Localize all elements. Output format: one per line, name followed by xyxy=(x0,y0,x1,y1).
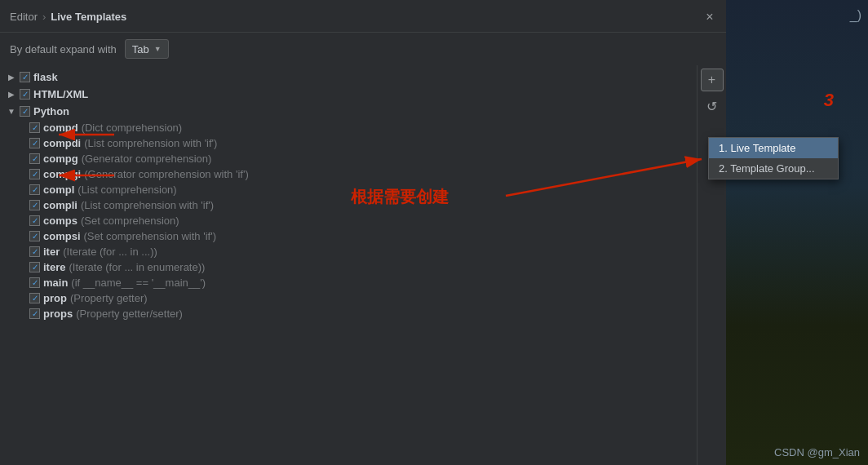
item-name-props: props xyxy=(43,308,73,320)
watermark: CSDN @gm_Xian xyxy=(774,446,860,458)
expand-label: By default expand with xyxy=(10,43,117,55)
template-tree[interactable]: ▶ ✓ flask ▶ ✓ HTML/XML ▼ ✓ Python ✓ comp… xyxy=(0,65,697,465)
expand-arrow-flask: ▶ xyxy=(7,73,16,82)
item-name-comps: comps xyxy=(43,215,78,227)
menu-item-live-template[interactable]: 1. Live Template xyxy=(709,138,838,158)
checkbox-compsi[interactable]: ✓ xyxy=(29,231,40,241)
expand-value: Tab xyxy=(132,43,149,55)
group-label-htmlxml: HTML/XML xyxy=(33,88,88,100)
background-right xyxy=(717,0,868,465)
group-flask[interactable]: ▶ ✓ flask xyxy=(0,69,697,86)
breadcrumb-separator: › xyxy=(42,11,46,23)
item-name-compgi: compgi xyxy=(43,168,81,180)
toolbar: By default expand with Tab ▼ xyxy=(0,33,726,65)
menu-item-template-group[interactable]: 2. Template Group... xyxy=(709,158,838,179)
checkbox-main[interactable]: ✓ xyxy=(29,277,40,288)
add-dropdown-menu: 1. Live Template 2. Template Group... xyxy=(708,137,839,179)
item-desc-comps: (Set comprehension) xyxy=(81,215,179,227)
item-desc-compsi: (Set comprehension with 'if') xyxy=(84,230,216,242)
item-desc-prop: (Property getter) xyxy=(70,292,148,304)
checkbox-compli[interactable]: ✓ xyxy=(29,200,40,210)
item-iter[interactable]: ✓ iter (Iterate (for ... in ...)) xyxy=(0,244,697,259)
item-compgi[interactable]: ✓ compgi (Generator comprehension with '… xyxy=(0,166,697,182)
group-label-flask: flask xyxy=(33,71,58,83)
item-name-compli: compli xyxy=(43,199,78,211)
breadcrumb-current: Live Templates xyxy=(51,11,126,23)
item-name-compd: compd xyxy=(43,122,78,134)
checkbox-props[interactable]: ✓ xyxy=(29,308,40,319)
item-main[interactable]: ✓ main (if __name__ == '__main__') xyxy=(0,275,697,290)
item-compli[interactable]: ✓ compli (List comprehension with 'if') xyxy=(0,197,697,213)
checkbox-compg[interactable]: ✓ xyxy=(29,153,40,164)
item-name-prop: prop xyxy=(43,292,67,304)
right-actions: + ↺ xyxy=(697,65,726,465)
item-compsi[interactable]: ✓ compsi (Set comprehension with 'if') xyxy=(0,228,697,244)
checkbox-compgi[interactable]: ✓ xyxy=(29,169,40,179)
item-desc-itere: (Iterate (for ... in enumerate)) xyxy=(69,261,205,273)
item-name-compdi: compdi xyxy=(43,137,81,149)
checkbox-itere[interactable]: ✓ xyxy=(29,262,40,272)
item-desc-iter: (Iterate (for ... in ...)) xyxy=(63,246,157,258)
item-desc-compd: (Dict comprehension) xyxy=(82,122,183,134)
checkbox-prop[interactable]: ✓ xyxy=(29,293,40,303)
item-desc-compgi: (Generator comprehension with 'if') xyxy=(84,168,249,180)
close-button[interactable]: × xyxy=(703,11,716,24)
settings-dialog: Editor › Live Templates × By default exp… xyxy=(0,0,726,465)
title-bar: Editor › Live Templates × xyxy=(0,0,726,33)
item-name-itere: itere xyxy=(43,261,65,273)
item-name-main: main xyxy=(43,277,68,289)
item-itere[interactable]: ✓ itere (Iterate (for ... in enumerate)) xyxy=(0,259,697,275)
item-compg[interactable]: ✓ compg (Generator comprehension) xyxy=(0,151,697,166)
checkbox-iter[interactable]: ✓ xyxy=(29,246,40,257)
add-button[interactable]: + xyxy=(701,69,724,91)
group-htmlxml[interactable]: ▶ ✓ HTML/XML xyxy=(0,86,697,103)
item-comps[interactable]: ✓ comps (Set comprehension) xyxy=(0,213,697,228)
group-python[interactable]: ▼ ✓ Python xyxy=(0,103,697,120)
item-desc-main: (if __name__ == '__main__') xyxy=(71,277,206,289)
item-desc-compli: (List comprehension with 'if') xyxy=(81,199,214,211)
checkbox-python[interactable]: ✓ xyxy=(20,106,30,117)
dropdown-arrow-icon: ▼ xyxy=(154,45,162,53)
checkbox-compd[interactable]: ✓ xyxy=(29,122,40,133)
item-desc-compg: (Generator comprehension) xyxy=(82,153,212,165)
breadcrumb-parent: Editor xyxy=(10,11,38,23)
item-desc-compl: (List comprehension) xyxy=(78,184,176,196)
checkbox-compdi[interactable]: ✓ xyxy=(29,138,40,148)
expand-arrow-python: ▼ xyxy=(7,107,16,116)
item-desc-props: (Property getter/setter) xyxy=(76,308,183,320)
content-area: ▶ ✓ flask ▶ ✓ HTML/XML ▼ ✓ Python ✓ comp… xyxy=(0,65,726,465)
checkbox-flask[interactable]: ✓ xyxy=(20,72,30,82)
item-props[interactable]: ✓ props (Property getter/setter) xyxy=(0,306,697,321)
item-prop[interactable]: ✓ prop (Property getter) xyxy=(0,290,697,306)
top-right-text: _) xyxy=(850,8,861,23)
item-desc-compdi: (List comprehension with 'if') xyxy=(84,137,217,149)
item-name-compl: compl xyxy=(43,184,74,196)
checkbox-htmlxml[interactable]: ✓ xyxy=(20,89,30,100)
item-compl[interactable]: ✓ compl (List comprehension) xyxy=(0,182,697,197)
item-compdi[interactable]: ✓ compdi (List comprehension with 'if') xyxy=(0,135,697,151)
checkbox-compl[interactable]: ✓ xyxy=(29,184,40,195)
revert-button[interactable]: ↺ xyxy=(701,95,724,117)
item-name-compg: compg xyxy=(43,153,78,165)
breadcrumb: Editor › Live Templates xyxy=(10,11,126,23)
item-name-compsi: compsi xyxy=(43,230,81,242)
item-name-iter: iter xyxy=(43,246,60,258)
expand-dropdown[interactable]: Tab ▼ xyxy=(125,39,169,59)
item-compd[interactable]: ✓ compd (Dict comprehension) xyxy=(0,120,697,135)
annotation-number-3: 3 xyxy=(824,90,834,111)
group-label-python: Python xyxy=(33,105,69,117)
expand-arrow-htmlxml: ▶ xyxy=(7,90,16,99)
checkbox-comps[interactable]: ✓ xyxy=(29,215,40,226)
